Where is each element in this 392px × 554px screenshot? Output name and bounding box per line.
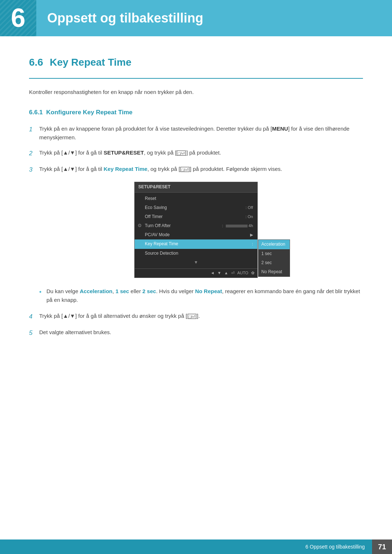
- menu-item-turn-off-after: ⚙ Turn Off After : 4h: [135, 221, 257, 230]
- footer-page-number: 71: [372, 539, 392, 554]
- submenu-1sec: 1 sec: [258, 249, 290, 258]
- bottom-icon-enter: ⏎: [231, 270, 234, 276]
- menu-item-eco-saving: Eco Saving : Off: [135, 203, 257, 212]
- monitor-title-bar: SETUP&RESET: [135, 182, 257, 192]
- chapter-number: 6: [11, 0, 25, 39]
- step-2: 2 Trykk på [▲/▼] for å gå til SETUP&RESE…: [29, 148, 363, 158]
- key-repeat-submenu: Acceleration 1 sec 2 sec No Repeat: [258, 239, 290, 277]
- bullet-text: Du kan velge Acceleration, 1 sec eller 2…: [46, 287, 363, 304]
- bullet-item: • Du kan velge Acceleration, 1 sec eller…: [39, 287, 363, 304]
- section-intro: Kontroller responshastigheten for en kna…: [29, 88, 363, 97]
- menu-item-down-arrow: ▼: [135, 258, 257, 267]
- bullet-section: • Du kan velge Acceleration, 1 sec eller…: [39, 287, 363, 304]
- monitor-menu-items: Reset Eco Saving : Off Off Timer : On ⚙ …: [135, 193, 257, 269]
- menu-item-key-repeat-time: Key Repeat Time : Acceleration 1 sec 2 s…: [135, 239, 257, 249]
- monitor-screen: SETUP&RESET Reset Eco Saving : Off Off T…: [134, 182, 258, 278]
- menu-item-off-timer: Off Timer : On: [135, 212, 257, 221]
- submenu-acceleration: Acceleration: [258, 240, 290, 249]
- steps-list-2: 4 Trykk på [▲/▼] for å gå til alternativ…: [29, 312, 363, 338]
- gear-icon: ⚙: [138, 222, 142, 230]
- monitor-bottom-bar: ◄ ▼ ▲ ⏎ AUTO ✿: [135, 268, 257, 278]
- bottom-icon-auto: AUTO: [237, 270, 248, 276]
- chapter-header: 6 Oppsett og tilbakestilling: [0, 0, 392, 36]
- footer-section-label: 6 Oppsett og tilbakestilling: [306, 543, 372, 551]
- submenu-no-repeat: No Repeat: [258, 267, 290, 276]
- menu-item-reset: Reset: [135, 194, 257, 203]
- step-4: 4 Trykk på [▲/▼] for å gå til alternativ…: [29, 312, 363, 321]
- chapter-number-box: 6: [0, 0, 36, 36]
- step-5: 5 Det valgte alternativet brukes.: [29, 328, 363, 338]
- subsection-heading: 6.6.1 Konfigurere Key Repeat Time: [29, 107, 363, 117]
- bottom-icon-up: ▲: [224, 270, 228, 276]
- submenu-2sec: 2 sec: [258, 258, 290, 267]
- bottom-icon-settings: ✿: [251, 270, 254, 276]
- page-footer: 6 Oppsett og tilbakestilling 71: [0, 539, 392, 554]
- main-content: 6.6 Key Repeat Time Kontroller responsha…: [0, 36, 392, 373]
- menu-item-source-detection: Source Detection: [135, 249, 257, 258]
- section-number: 6.6: [29, 54, 43, 71]
- step-1: 1 Trykk på en av knappene foran på produ…: [29, 124, 363, 142]
- bullet-dot: •: [39, 288, 44, 297]
- menu-item-pcav-mode: PC/AV Mode ▶: [135, 230, 257, 239]
- steps-list: 1 Trykk på en av knappene foran på produ…: [29, 124, 363, 175]
- section-title: Key Repeat Time: [50, 54, 131, 71]
- bottom-icon-down: ▼: [217, 270, 221, 276]
- monitor-mockup: SETUP&RESET Reset Eco Saving : Off Off T…: [29, 182, 363, 278]
- step-3: 3 Trykk på [▲/▼] for å gå til Key Repeat…: [29, 165, 363, 175]
- chapter-title: Oppsett og tilbakestilling: [36, 8, 203, 29]
- bottom-icon-back: ◄: [211, 270, 215, 276]
